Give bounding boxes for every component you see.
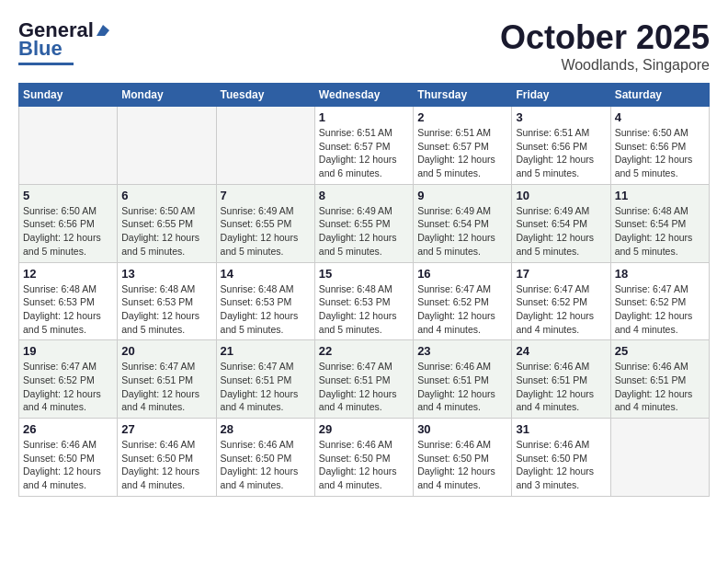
day-info: Sunrise: 6:47 AM Sunset: 6:52 PM Dayligh… xyxy=(615,282,705,337)
day-info: Sunrise: 6:50 AM Sunset: 6:56 PM Dayligh… xyxy=(615,126,705,180)
day-number: 21 xyxy=(221,344,311,358)
day-info: Sunrise: 6:51 AM Sunset: 6:57 PM Dayligh… xyxy=(417,126,507,180)
location-title: Woodlands, Singapore xyxy=(500,57,710,74)
day-number: 6 xyxy=(121,189,211,202)
calendar-day-cell: 9Sunrise: 6:49 AM Sunset: 6:54 PM Daylig… xyxy=(414,184,512,262)
day-info: Sunrise: 6:46 AM Sunset: 6:50 PM Dayligh… xyxy=(221,438,311,492)
calendar-day-cell: 25Sunrise: 6:46 AM Sunset: 6:51 PM Dayli… xyxy=(610,340,709,419)
calendar-day-cell: 22Sunrise: 6:47 AM Sunset: 6:51 PM Dayli… xyxy=(314,340,413,419)
calendar-day-cell: 21Sunrise: 6:47 AM Sunset: 6:51 PM Dayli… xyxy=(216,340,314,419)
day-info: Sunrise: 6:46 AM Sunset: 6:50 PM Dayligh… xyxy=(516,438,606,492)
calendar-day-cell: 30Sunrise: 6:46 AM Sunset: 6:50 PM Dayli… xyxy=(414,419,512,497)
day-info: Sunrise: 6:46 AM Sunset: 6:50 PM Dayligh… xyxy=(23,438,113,492)
calendar-day-cell: 6Sunrise: 6:50 AM Sunset: 6:55 PM Daylig… xyxy=(118,184,216,262)
day-info: Sunrise: 6:49 AM Sunset: 6:55 PM Dayligh… xyxy=(319,204,409,259)
calendar-day-cell: 7Sunrise: 6:49 AM Sunset: 6:55 PM Daylig… xyxy=(216,184,314,262)
calendar-day-cell: 2Sunrise: 6:51 AM Sunset: 6:57 PM Daylig… xyxy=(414,107,512,185)
day-number: 12 xyxy=(23,267,113,281)
calendar-day-cell: 15Sunrise: 6:48 AM Sunset: 6:53 PM Dayli… xyxy=(314,262,413,340)
day-number: 11 xyxy=(615,189,705,202)
day-info: Sunrise: 6:48 AM Sunset: 6:53 PM Dayligh… xyxy=(221,282,311,337)
logo-blue: Blue xyxy=(18,37,63,61)
day-number: 3 xyxy=(516,110,606,124)
day-number: 14 xyxy=(221,267,311,281)
day-number: 26 xyxy=(23,422,113,436)
calendar-week-row: 19Sunrise: 6:47 AM Sunset: 6:52 PM Dayli… xyxy=(19,340,710,419)
calendar-day-cell xyxy=(19,107,118,185)
col-thursday: Thursday xyxy=(414,84,512,107)
day-info: Sunrise: 6:51 AM Sunset: 6:57 PM Dayligh… xyxy=(319,126,409,180)
day-number: 28 xyxy=(221,422,311,436)
calendar-day-cell: 26Sunrise: 6:46 AM Sunset: 6:50 PM Dayli… xyxy=(19,419,118,497)
day-info: Sunrise: 6:48 AM Sunset: 6:54 PM Dayligh… xyxy=(615,204,705,259)
day-number: 22 xyxy=(319,344,409,358)
day-info: Sunrise: 6:46 AM Sunset: 6:50 PM Dayligh… xyxy=(319,438,409,492)
day-number: 4 xyxy=(615,110,705,124)
calendar-day-cell: 11Sunrise: 6:48 AM Sunset: 6:54 PM Dayli… xyxy=(610,184,709,262)
calendar-week-row: 26Sunrise: 6:46 AM Sunset: 6:50 PM Dayli… xyxy=(19,419,710,497)
col-sunday: Sunday xyxy=(19,84,118,107)
col-tuesday: Tuesday xyxy=(216,84,314,107)
day-number: 1 xyxy=(319,110,409,124)
day-info: Sunrise: 6:49 AM Sunset: 6:54 PM Dayligh… xyxy=(417,204,507,259)
day-info: Sunrise: 6:50 AM Sunset: 6:56 PM Dayligh… xyxy=(23,204,113,259)
day-number: 29 xyxy=(319,422,409,436)
calendar-day-cell xyxy=(610,419,709,497)
calendar-day-cell: 17Sunrise: 6:47 AM Sunset: 6:52 PM Dayli… xyxy=(512,262,610,340)
calendar-table: Sunday Monday Tuesday Wednesday Thursday… xyxy=(18,83,710,497)
calendar-day-cell: 13Sunrise: 6:48 AM Sunset: 6:53 PM Dayli… xyxy=(118,262,216,340)
day-number: 5 xyxy=(23,189,113,202)
day-info: Sunrise: 6:50 AM Sunset: 6:55 PM Dayligh… xyxy=(121,204,211,259)
col-friday: Friday xyxy=(512,84,610,107)
day-info: Sunrise: 6:51 AM Sunset: 6:56 PM Dayligh… xyxy=(516,126,606,180)
day-number: 16 xyxy=(417,267,507,281)
calendar-day-cell: 3Sunrise: 6:51 AM Sunset: 6:56 PM Daylig… xyxy=(512,107,610,185)
page-header: General Blue October 2025 Woodlands, Sin… xyxy=(18,18,710,74)
day-number: 31 xyxy=(516,422,606,436)
day-number: 7 xyxy=(221,189,311,202)
calendar-week-row: 5Sunrise: 6:50 AM Sunset: 6:56 PM Daylig… xyxy=(19,184,710,262)
day-info: Sunrise: 6:47 AM Sunset: 6:52 PM Dayligh… xyxy=(417,282,507,337)
day-info: Sunrise: 6:49 AM Sunset: 6:54 PM Dayligh… xyxy=(516,204,606,259)
day-info: Sunrise: 6:46 AM Sunset: 6:50 PM Dayligh… xyxy=(417,438,507,492)
calendar-day-cell: 20Sunrise: 6:47 AM Sunset: 6:51 PM Dayli… xyxy=(118,340,216,419)
calendar-day-cell: 23Sunrise: 6:46 AM Sunset: 6:51 PM Dayli… xyxy=(414,340,512,419)
day-info: Sunrise: 6:48 AM Sunset: 6:53 PM Dayligh… xyxy=(121,282,211,337)
day-number: 10 xyxy=(516,189,606,202)
day-info: Sunrise: 6:48 AM Sunset: 6:53 PM Dayligh… xyxy=(319,282,409,337)
col-monday: Monday xyxy=(118,84,216,107)
day-info: Sunrise: 6:47 AM Sunset: 6:52 PM Dayligh… xyxy=(23,360,113,414)
day-number: 17 xyxy=(516,267,606,281)
day-info: Sunrise: 6:47 AM Sunset: 6:51 PM Dayligh… xyxy=(121,360,211,414)
calendar-day-cell: 12Sunrise: 6:48 AM Sunset: 6:53 PM Dayli… xyxy=(19,262,118,340)
day-info: Sunrise: 6:47 AM Sunset: 6:52 PM Dayligh… xyxy=(516,282,606,337)
day-number: 9 xyxy=(417,189,507,202)
calendar-day-cell: 5Sunrise: 6:50 AM Sunset: 6:56 PM Daylig… xyxy=(19,184,118,262)
day-info: Sunrise: 6:49 AM Sunset: 6:55 PM Dayligh… xyxy=(221,204,311,259)
calendar-header-row: Sunday Monday Tuesday Wednesday Thursday… xyxy=(19,84,710,107)
day-number: 13 xyxy=(121,267,211,281)
day-number: 8 xyxy=(319,189,409,202)
calendar-day-cell xyxy=(216,107,314,185)
calendar-day-cell: 18Sunrise: 6:47 AM Sunset: 6:52 PM Dayli… xyxy=(610,262,709,340)
logo: General Blue xyxy=(18,18,112,65)
day-number: 23 xyxy=(417,344,507,358)
col-wednesday: Wednesday xyxy=(314,84,413,107)
day-number: 15 xyxy=(319,267,409,281)
calendar-day-cell: 29Sunrise: 6:46 AM Sunset: 6:50 PM Dayli… xyxy=(314,419,413,497)
calendar-day-cell: 14Sunrise: 6:48 AM Sunset: 6:53 PM Dayli… xyxy=(216,262,314,340)
logo-bird-icon xyxy=(95,23,111,38)
calendar-week-row: 12Sunrise: 6:48 AM Sunset: 6:53 PM Dayli… xyxy=(19,262,710,340)
day-info: Sunrise: 6:46 AM Sunset: 6:51 PM Dayligh… xyxy=(417,360,507,414)
calendar-day-cell xyxy=(118,107,216,185)
day-number: 19 xyxy=(23,344,113,358)
calendar-day-cell: 27Sunrise: 6:46 AM Sunset: 6:50 PM Dayli… xyxy=(118,419,216,497)
calendar-day-cell: 28Sunrise: 6:46 AM Sunset: 6:50 PM Dayli… xyxy=(216,419,314,497)
day-info: Sunrise: 6:46 AM Sunset: 6:51 PM Dayligh… xyxy=(615,360,705,414)
calendar-day-cell: 10Sunrise: 6:49 AM Sunset: 6:54 PM Dayli… xyxy=(512,184,610,262)
calendar-day-cell: 24Sunrise: 6:46 AM Sunset: 6:51 PM Dayli… xyxy=(512,340,610,419)
title-block: October 2025 Woodlands, Singapore xyxy=(500,18,710,74)
day-number: 30 xyxy=(417,422,507,436)
day-number: 27 xyxy=(121,422,211,436)
day-info: Sunrise: 6:48 AM Sunset: 6:53 PM Dayligh… xyxy=(23,282,113,337)
